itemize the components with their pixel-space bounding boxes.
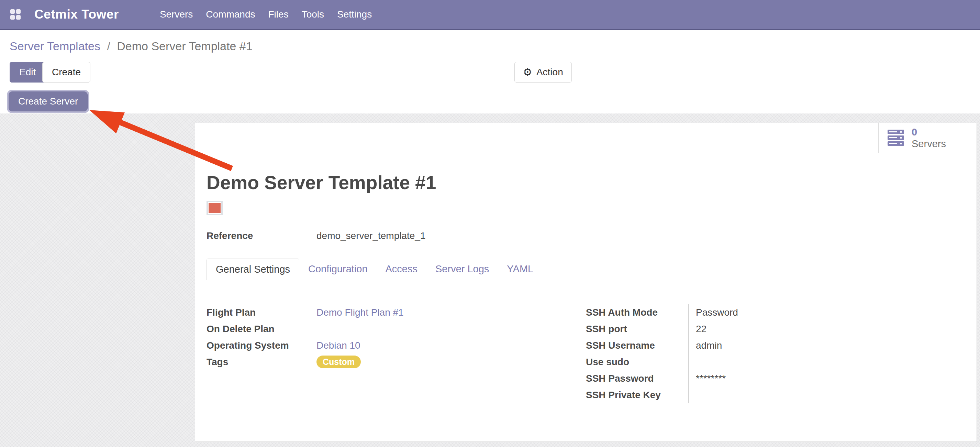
top-navbar: Cetmix Tower Servers Commands Files Tool… [0, 0, 980, 30]
field-row-ssh-username: SSH Username admin [586, 337, 965, 354]
servers-stat-button[interactable]: 0 Servers [878, 123, 977, 153]
servers-count: 0 [912, 126, 946, 138]
menu-files[interactable]: Files [262, 0, 295, 29]
form-sheet: Demo Server Template #1 Reference demo_s… [195, 172, 977, 403]
main-content-area: 0 Servers Demo Server Template #1 Refere… [0, 113, 980, 447]
record-color-swatch [207, 201, 223, 215]
ssh-private-key-value [688, 387, 965, 403]
tab-server-logs[interactable]: Server Logs [426, 259, 498, 280]
ssh-auth-mode-value: Password [688, 304, 965, 321]
reference-label: Reference [207, 228, 309, 244]
ssh-password-label: SSH Password [586, 370, 688, 387]
on-delete-plan-value [309, 321, 586, 337]
field-row-flight-plan: Flight Plan Demo Flight Plan #1 [207, 304, 586, 321]
ssh-private-key-label: SSH Private Key [586, 387, 688, 403]
record-title: Demo Server Template #1 [207, 172, 965, 193]
reference-value: demo_server_template_1 [309, 228, 965, 244]
field-group-right: SSH Auth Mode Password SSH port 22 SSH U… [586, 304, 965, 403]
create-button[interactable]: Create [42, 62, 91, 83]
tab-configuration[interactable]: Configuration [299, 259, 377, 280]
menu-tools[interactable]: Tools [295, 0, 331, 29]
field-group-left: Flight Plan Demo Flight Plan #1 On Delet… [207, 304, 586, 403]
action-button-label: Action [536, 67, 563, 78]
general-settings-fields: Flight Plan Demo Flight Plan #1 On Delet… [207, 304, 965, 403]
control-panel: Server Templates / Demo Server Template … [0, 30, 980, 88]
use-sudo-value [688, 354, 965, 370]
servers-stack-icon [888, 129, 905, 146]
edit-button[interactable]: Edit [10, 62, 45, 83]
form-card-header: 0 Servers [195, 123, 977, 153]
tags-label: Tags [207, 354, 309, 370]
field-row-tags: Tags Custom [207, 354, 586, 370]
ssh-port-value: 22 [688, 321, 965, 337]
navbar-menu: Servers Commands Files Tools Settings [153, 0, 378, 29]
ssh-port-label: SSH port [586, 321, 688, 337]
tag-badge-custom: Custom [317, 356, 361, 368]
operating-system-value-link[interactable]: Debian 10 [317, 340, 360, 351]
breadcrumb-current-record: Demo Server Template #1 [117, 40, 252, 53]
breadcrumb-separator: / [107, 40, 110, 53]
tab-yaml[interactable]: YAML [498, 259, 542, 280]
field-row-ssh-auth-mode: SSH Auth Mode Password [586, 304, 965, 321]
brand-title[interactable]: Cetmix Tower [34, 7, 119, 22]
menu-commands[interactable]: Commands [199, 0, 261, 29]
flight-plan-label: Flight Plan [207, 304, 309, 321]
flight-plan-value-link[interactable]: Demo Flight Plan #1 [317, 307, 404, 318]
operating-system-label: Operating System [207, 337, 309, 354]
field-row-on-delete-plan: On Delete Plan [207, 321, 586, 337]
tab-general-settings[interactable]: General Settings [207, 259, 299, 280]
ssh-auth-mode-label: SSH Auth Mode [586, 304, 688, 321]
stat-texts: 0 Servers [912, 126, 946, 150]
reference-field-row: Reference demo_server_template_1 [207, 228, 965, 244]
tab-access[interactable]: Access [377, 259, 426, 280]
breadcrumb: Server Templates / Demo Server Template … [10, 40, 253, 53]
form-card: 0 Servers Demo Server Template #1 Refere… [195, 123, 977, 442]
ssh-username-label: SSH Username [586, 337, 688, 354]
create-server-button[interactable]: Create Server [9, 91, 88, 112]
field-row-ssh-password: SSH Password ******** [586, 370, 965, 387]
record-actions-bar: Create Server [0, 88, 980, 113]
notebook-tabs: General Settings Configuration Access Se… [207, 259, 965, 280]
servers-count-label: Servers [912, 138, 946, 150]
on-delete-plan-label: On Delete Plan [207, 321, 309, 337]
ssh-username-value: admin [688, 337, 965, 354]
menu-settings[interactable]: Settings [331, 0, 378, 29]
menu-servers[interactable]: Servers [153, 0, 199, 29]
field-row-operating-system: Operating System Debian 10 [207, 337, 586, 354]
gear-icon: ⚙ [523, 67, 532, 77]
apps-grid-icon[interactable] [10, 9, 21, 19]
record-color-swatch-fill [208, 203, 221, 213]
field-row-ssh-port: SSH port 22 [586, 321, 965, 337]
breadcrumb-server-templates[interactable]: Server Templates [10, 40, 100, 53]
ssh-password-value: ******** [688, 370, 965, 387]
use-sudo-label: Use sudo [586, 354, 688, 370]
field-row-use-sudo: Use sudo [586, 354, 965, 370]
action-button[interactable]: ⚙ Action [514, 62, 572, 83]
field-row-ssh-private-key: SSH Private Key [586, 387, 965, 403]
